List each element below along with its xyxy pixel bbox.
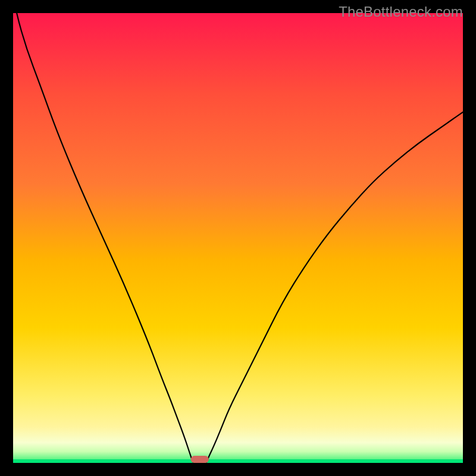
baseline-strip xyxy=(13,459,463,463)
bottleneck-marker xyxy=(191,456,209,463)
chart-container: TheBottleneck.com xyxy=(0,0,476,476)
watermark-text: TheBottleneck.com xyxy=(339,4,463,20)
plot-area xyxy=(13,13,463,463)
gradient-background xyxy=(13,13,463,463)
chart-svg xyxy=(13,13,463,463)
